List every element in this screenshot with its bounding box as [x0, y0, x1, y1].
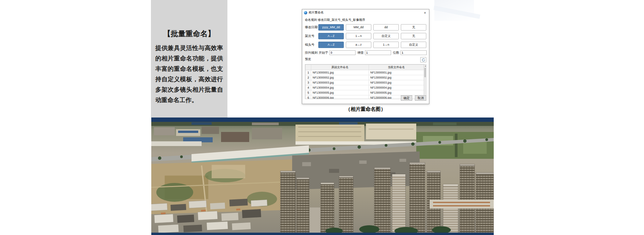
aerial-city-illustration: [151, 122, 494, 233]
option-row-sortie: 架次号 A→Z 1→n 自定义 无: [305, 33, 426, 39]
option-button-sortie-1[interactable]: 1→n: [346, 33, 371, 39]
option-button-lens-3[interactable]: 自定义: [401, 42, 426, 48]
option-button-date-0[interactable]: yyyy_MM_dd: [318, 24, 344, 31]
cell-original: NF13000001.jpg: [311, 70, 369, 75]
feature-title: 【批量重命名】: [151, 29, 227, 39]
increment-input[interactable]: [365, 50, 391, 55]
preview-row: 预览: [305, 57, 426, 63]
option-button-lens-1[interactable]: a→z: [346, 42, 371, 48]
scroll-up-icon[interactable]: ▲: [424, 64, 426, 67]
cell-index: 1: [306, 70, 311, 75]
option-button-sortie-0[interactable]: A→Z: [318, 33, 344, 39]
cell-original: NF13000003.jpg: [311, 80, 369, 85]
naming-rule-label: 命名规则: [305, 18, 317, 21]
scrollbar-thumb[interactable]: [424, 68, 426, 77]
table-row[interactable]: 4 NF13000004.jpg NF13000004.jpg: [306, 85, 424, 90]
photo-frame-top-bar: [151, 117, 494, 122]
figure-caption: （相片重命名图）: [302, 106, 429, 112]
ok-button[interactable]: 确定: [401, 95, 412, 101]
table-scrollbar[interactable]: ▲ ▼: [424, 64, 426, 99]
table-row[interactable]: 2 NF13000002.jpg NF13000002.jpg: [306, 75, 424, 80]
option-row-lens: 镜头号 A→Z a→z 1→n 自定义: [305, 42, 426, 48]
row-label-lens: 镜头号: [305, 43, 318, 47]
cell-index: 3: [306, 80, 311, 85]
naming-rule-line: 命名规则 修改日期_架次号_镜头号_影像顺序: [305, 18, 426, 22]
cell-current: NF13000001.jpg: [369, 70, 424, 75]
dialog-title: 相片重命名: [309, 10, 324, 15]
preview-table: 原始文件命名 当前文件命名 1 NF13000001.jpg NF1300000…: [305, 64, 426, 99]
preview-label: 预览: [305, 57, 311, 61]
table-row[interactable]: 1 NF13000001.jpg NF13000001.jpg: [306, 70, 424, 75]
arrange-rule-row: 排列规则 开始于 增量 位数: [305, 50, 426, 55]
start-label: 开始于: [319, 51, 328, 55]
cell-current: NF13000004.jpg: [369, 85, 424, 90]
refresh-button[interactable]: [420, 57, 426, 62]
feature-panel: 【批量重命名】 提供兼具灵活性与高效率的相片重命名功能，提供丰富的重命名模板，也…: [151, 0, 227, 117]
table-header-row: 原始文件命名 当前文件命名: [306, 65, 424, 70]
naming-rule-value: 修改日期_架次号_镜头号_影像顺序: [318, 18, 365, 21]
option-button-sortie-2[interactable]: 自定义: [373, 33, 399, 39]
cell-current: NF13000005.jpg: [369, 90, 424, 95]
option-row-date: 修改日期 yyyy_MM_dd MM_dd dd 无: [305, 24, 426, 31]
table-row[interactable]: 5 NF13000005.jpg NF13000005.jpg: [306, 90, 424, 95]
header-original-name: 原始文件命名: [311, 65, 369, 70]
row-label-date: 修改日期: [305, 25, 318, 30]
option-button-date-1[interactable]: MM_dd: [346, 24, 371, 31]
dialog-footer: 确定 取消: [398, 95, 426, 101]
header-index: [306, 65, 311, 70]
cell-current: NF13000003.jpg: [369, 80, 424, 85]
close-icon[interactable]: ×: [423, 10, 427, 15]
cell-current: NF13000002.jpg: [369, 75, 424, 80]
cell-original: NF13000002.jpg: [311, 75, 369, 80]
aerial-city-photo: [151, 122, 494, 233]
header-current-name: 当前文件命名: [369, 65, 424, 70]
dialog-body: 命名规则 修改日期_架次号_镜头号_影像顺序 修改日期 yyyy_MM_dd M…: [302, 16, 429, 102]
photo-rename-dialog: 相片重命名 × 命名规则 修改日期_架次号_镜头号_影像顺序 修改日期 yyyy…: [302, 9, 429, 104]
digits-label: 位数: [393, 51, 399, 55]
start-input[interactable]: [329, 50, 356, 55]
dialog-titlebar[interactable]: 相片重命名 ×: [302, 9, 429, 16]
feature-description: 提供兼具灵活性与高效率的相片重命名功能，提供丰富的重命名模板，也支持自定义模板，…: [155, 43, 223, 105]
option-button-lens-2[interactable]: 1→n: [373, 42, 399, 48]
cancel-button[interactable]: 取消: [415, 95, 426, 101]
cell-index: 5: [306, 90, 311, 95]
table-row[interactable]: 3 NF13000003.jpg NF13000003.jpg: [306, 80, 424, 85]
app-icon: [304, 11, 307, 14]
cell-original: NF13000006.jpg: [311, 95, 369, 99]
option-button-sortie-3[interactable]: 无: [401, 33, 426, 39]
photo-frame-bottom-bar: [151, 233, 494, 235]
cell-index: 6: [306, 95, 311, 99]
arrange-label: 排列规则: [305, 51, 318, 55]
option-button-lens-0[interactable]: A→Z: [318, 42, 344, 48]
cell-index: 4: [306, 85, 311, 90]
option-button-date-3[interactable]: 无: [401, 24, 426, 31]
cell-original: NF13000004.jpg: [311, 85, 369, 90]
option-button-date-2[interactable]: dd: [373, 24, 399, 31]
increment-label: 增量: [358, 51, 364, 55]
cell-original: NF13000005.jpg: [311, 90, 369, 95]
refresh-icon: [422, 58, 425, 62]
row-label-sortie: 架次号: [305, 34, 318, 38]
cell-index: 2: [306, 75, 311, 80]
digits-input[interactable]: [400, 50, 427, 55]
